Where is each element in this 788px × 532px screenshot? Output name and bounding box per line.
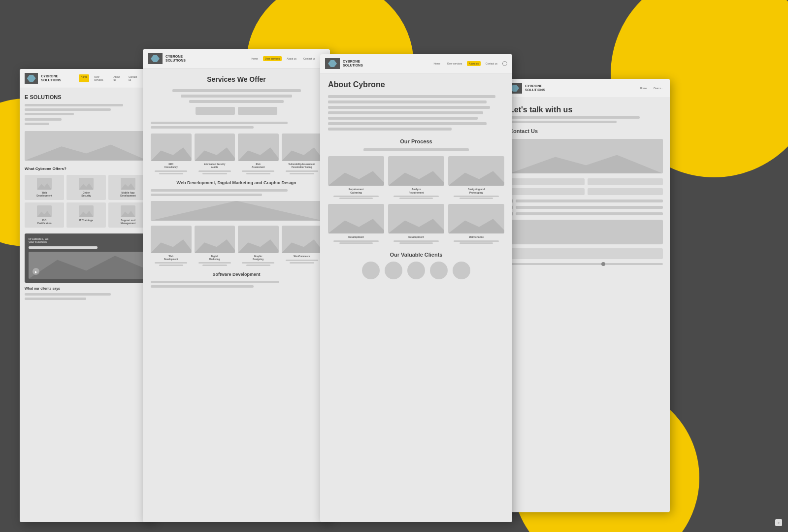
logo-icon (25, 73, 38, 84)
services-title: Services We Offer (151, 75, 322, 83)
web-dev-bars (151, 262, 192, 266)
maintenance-image (448, 204, 504, 233)
nav-about[interactable]: About us (467, 61, 481, 66)
nav-links: Home Over services About us Contact us (249, 56, 317, 61)
risk-label: RiskAssessment (238, 163, 279, 169)
slider-dot[interactable] (601, 262, 605, 266)
web-services-grid: WebDevelopment DigitalMarketing (151, 226, 322, 267)
radio-item-1 (509, 199, 663, 203)
mobile-app-icon (121, 178, 135, 190)
form-field-name[interactable] (509, 178, 585, 185)
nav-link-home[interactable]: Home (79, 74, 89, 82)
info-sec-image (195, 133, 235, 161)
radio-item-3 (509, 212, 663, 216)
radio-label-2 (516, 206, 663, 209)
woocommerce-bars (282, 260, 323, 264)
logo-icon (148, 53, 163, 64)
grc-image (151, 133, 192, 161)
form-field-subject[interactable] (588, 188, 663, 195)
form-field-phone[interactable] (509, 188, 585, 195)
nav-services[interactable]: Over s... (652, 86, 665, 91)
slider-control[interactable] (509, 263, 663, 265)
mobile-app-label: Mobile AppDevelopment (110, 191, 146, 197)
brand-name: CYBRONESOLUTIONS (165, 55, 186, 63)
info-sec-bars (195, 170, 235, 174)
form-field-email[interactable] (588, 178, 663, 185)
grc-bars (151, 170, 192, 174)
software-section-title: Software Development (151, 272, 322, 277)
cyber-security-icon (79, 178, 94, 190)
hero-text: E SOLUTIONS (25, 94, 148, 100)
web-dev-label: WebDevelopment (151, 255, 192, 261)
logo-icon (325, 58, 340, 69)
development-image2 (388, 204, 444, 233)
nav-contact[interactable]: Contact us (301, 56, 317, 61)
nav-contact[interactable]: Contact us (484, 61, 499, 66)
radio-item-2 (509, 205, 663, 209)
screen4-navbar: CYBRONESOLUTIONS Home Over s... (502, 79, 670, 98)
radio-label-1 (516, 200, 663, 202)
radio-group (509, 199, 663, 216)
woocommerce-image (282, 226, 323, 253)
support-label: Support andManagement (110, 219, 146, 225)
nav-services[interactable]: Over services (263, 56, 282, 61)
brand-name: CYBRONESOLUTIONS (343, 60, 363, 68)
design-item: Designing andPrototyping (448, 156, 504, 199)
clients-title: Our Valuable Clients (328, 252, 504, 258)
brand-name: CYBRONESOLUTIONS (525, 84, 545, 93)
req-gathering-item: RequirementGathering (328, 156, 384, 199)
form-row-1 (509, 178, 663, 185)
hero-subtext-bars (25, 104, 148, 125)
it-trainings-label: IT Trainings (68, 219, 104, 222)
hero-image: ▶ (29, 252, 144, 279)
process-grid-row2: Development Development Maintenance (328, 204, 504, 244)
development-label2: Development (388, 235, 444, 239)
hero-bottom-text: ld websites, weyour business (29, 237, 144, 243)
development-label1: Development (328, 235, 384, 239)
nav-services[interactable]: Over services (445, 61, 464, 66)
woocommerce-label: WooCommerce (282, 255, 323, 258)
web-dev-item: WebDevelopment (151, 226, 192, 267)
graphic-design-image (238, 226, 279, 253)
screen1-body: E SOLUTIONS What Cybrone Offers? WebDeve… (20, 88, 153, 308)
screen2-body: Services We Offer GRCConsu (143, 68, 330, 297)
screen-about: CYBRONESOLUTIONS Home Over services Abou… (320, 54, 512, 522)
nav-home[interactable]: Home (638, 86, 649, 91)
talk-title: Let's talk with us (509, 105, 663, 114)
nav-link-services[interactable]: Over services (92, 74, 108, 82)
search-icon[interactable] (502, 61, 507, 66)
development-image1 (328, 204, 384, 233)
web-dev-label: WebDevelopment (27, 191, 62, 197)
vuln-bars (282, 170, 323, 174)
vuln-label: VulnerabilityAssessment/Penetration Test… (282, 163, 323, 169)
grc-label: GRCConsultancy (151, 163, 192, 169)
iso-label: ISOCertification (27, 219, 62, 225)
offers-grid: WebDevelopment CyberSecurity Mobile AppD… (25, 175, 148, 228)
digital-marketing-image (195, 226, 235, 253)
support-icon (121, 205, 135, 217)
nav-home[interactable]: Home (249, 56, 260, 61)
nav-links: Home Over services About us Contact us (431, 61, 499, 66)
nav-about[interactable]: About us (285, 56, 298, 61)
about-title: About Cybrone (328, 80, 504, 89)
nav-links: Home Over s... (638, 86, 665, 91)
slider-bar (509, 263, 663, 265)
nav-home[interactable]: Home (431, 61, 442, 66)
info-sec-item: Information SecurityAudits (195, 133, 235, 175)
development-item1: Development (328, 204, 384, 244)
analyze-label: AnalyzeRequirement (388, 188, 444, 194)
nav-link-contact[interactable]: Contact us (127, 74, 140, 82)
info-sec-label: Information SecurityAudits (195, 163, 235, 169)
play-button[interactable]: ▶ (33, 268, 39, 275)
clients-title: What our clients says (25, 287, 148, 290)
cyber-security-label: CyberSecurity (68, 191, 104, 197)
logo-shape (27, 75, 36, 82)
hero-bottom-section: ld websites, weyour business ▶ (25, 233, 148, 283)
nav-link-about[interactable]: About us (112, 74, 124, 82)
screen-contact: CYBRONESOLUTIONS Home Over s... Let's ta… (502, 79, 670, 512)
screen-home: CYBRONE SOLUTIONS Home Over services Abo… (20, 69, 153, 522)
logo-shape (151, 55, 160, 62)
maintenance-item: Maintenance (448, 204, 504, 244)
submit-button-area[interactable] (509, 248, 663, 259)
risk-bars (238, 170, 279, 174)
